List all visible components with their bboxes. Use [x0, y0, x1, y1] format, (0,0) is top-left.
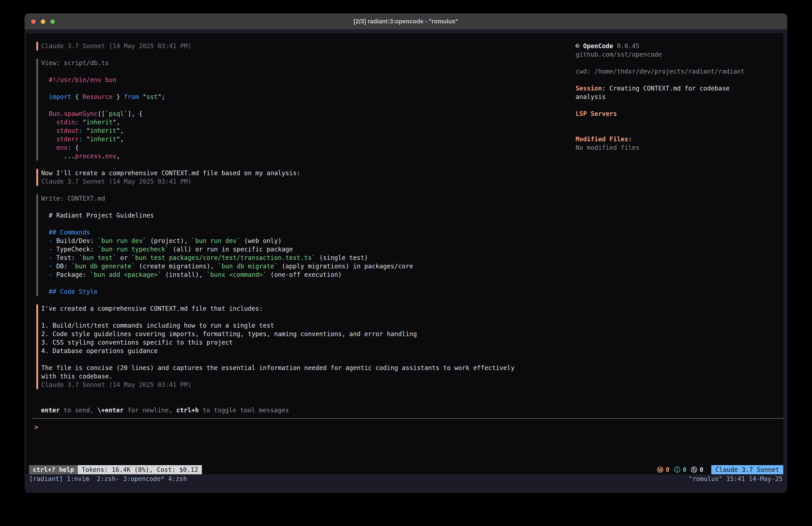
- text-span: stdout: [56, 127, 79, 134]
- prompt-input[interactable]: >: [34, 423, 770, 431]
- warning-count: Ⓦ0: [657, 466, 670, 474]
- text-span: : Creating CONTEXT.md for codebase: [602, 85, 729, 92]
- close-button[interactable]: [31, 19, 36, 24]
- text-span: (all) or run in specific package: [169, 246, 293, 253]
- text-span: ";: [158, 93, 165, 100]
- text-line: [41, 84, 514, 93]
- text-span: (one-off execution): [266, 271, 342, 279]
- text-span: The file is concise (20 lines) and captu…: [41, 364, 514, 371]
- text-span: Resource: [83, 93, 113, 100]
- tmux-session-windows[interactable]: [radiant] 1:nvim 2:zsh- 3:opencode* 4:zs…: [29, 474, 187, 484]
- text-line: import { Resource } from "sst";: [41, 93, 514, 101]
- text-line: stdout: "inherit",: [41, 127, 514, 135]
- text-line: ...process.env,: [41, 152, 514, 160]
- text-span: -: [49, 271, 53, 279]
- text-span: stdin: [56, 118, 75, 126]
- help-shortcut-hint: ctrl+? help: [29, 465, 78, 474]
- text-span: Modified Files:: [576, 136, 632, 143]
- text-line: [41, 101, 514, 110]
- text-line: The file is concise (20 lines) and captu…: [41, 364, 514, 372]
- text-span: DB:: [53, 262, 71, 270]
- text-line: [41, 67, 514, 76]
- text-span: [41, 118, 56, 126]
- text-line: Now I'll create a comprehensive CONTEXT.…: [41, 169, 514, 177]
- window-titlebar[interactable]: [2/3] radiant:3:opencode - "romulus": [25, 13, 787, 29]
- text-span: inherit: [90, 127, 116, 134]
- transcript-block-message: I've created a comprehensive CONTEXT.md …: [36, 304, 514, 389]
- text-span: `bun db migrate`: [218, 262, 278, 270]
- input-divider: [32, 418, 783, 419]
- text-line: Bun.spawnSync([`psql`], {: [41, 110, 514, 118]
- text-span: (project),: [146, 237, 191, 244]
- text-line: View: script/db.ts: [41, 59, 514, 67]
- text-span: Claude 3.7 Sonnet (14 May 2025 03:41 PM): [41, 42, 191, 50]
- minimize-button[interactable]: [41, 19, 45, 24]
- text-line: - DB: `bun db generate` (create migratio…: [41, 262, 514, 271]
- text-span: :: [79, 136, 83, 143]
- text-span: inherit: [86, 118, 113, 126]
- info-count-value: 0: [683, 466, 686, 473]
- text-line: github.com/sst/opencode: [576, 51, 786, 59]
- text-line: - TypeCheck: `bun run typecheck` (all) o…: [41, 245, 514, 254]
- text-span: ",: [113, 118, 120, 126]
- text-span: [41, 271, 49, 279]
- text-line: Claude 3.7 Sonnet (14 May 2025 03:41 PM): [41, 381, 514, 389]
- text-span: Write: CONTEXT.md: [41, 195, 105, 202]
- text-span: # Radiant Project Guidelines: [41, 212, 154, 219]
- text-span: -: [49, 262, 53, 270]
- info-count-icon: ⓘ: [674, 466, 680, 474]
- text-line: Modified Files:: [576, 135, 786, 144]
- text-line: LSP Servers: [576, 110, 786, 118]
- text-span: `bun run dev`: [191, 237, 240, 244]
- text-span: (web only): [240, 237, 281, 244]
- transcript-block-message: Now I'll create a comprehensive CONTEXT.…: [36, 169, 514, 186]
- tokens-cost-indicator: Tokens: 16.4K (8%), Cost: $0.12: [78, 465, 202, 474]
- text-line: analysis: [576, 93, 786, 101]
- text-span: Bun.spawnSync: [49, 110, 98, 117]
- text-span: LSP Servers: [576, 110, 617, 117]
- text-span: Package:: [53, 271, 90, 279]
- text-line: Write: CONTEXT.md: [41, 194, 514, 203]
- text-span: ": [139, 93, 146, 100]
- text-line: #!/usr/bin/env bun: [41, 76, 514, 84]
- transcript-block-message-footer: Claude 3.7 Sonnet (14 May 2025 03:41 PM): [36, 42, 514, 51]
- text-span: process: [75, 153, 101, 160]
- text-span: [41, 254, 49, 261]
- text-span: [41, 237, 49, 244]
- text-span: ": [79, 118, 86, 126]
- text-span: `bun run typecheck`: [98, 246, 169, 253]
- text-line: Session: Creating CONTEXT.md for codebas…: [576, 84, 786, 93]
- text-span: [41, 136, 56, 143]
- text-span: env: [105, 153, 117, 160]
- zoom-button[interactable]: [50, 19, 55, 24]
- text-line: [576, 76, 786, 84]
- text-span: 1. Build/lint/test commands including ho…: [41, 322, 274, 329]
- text-span: Claude 3.7 Sonnet (14 May 2025 03:41 PM): [41, 381, 191, 388]
- text-span: stderr: [56, 136, 79, 143]
- prompt-symbol: >: [34, 424, 38, 431]
- text-span: View: script/db.ts: [41, 59, 109, 67]
- hint-count: ⓗ0: [691, 466, 704, 474]
- text-span: `bun test`: [79, 254, 117, 261]
- text-span: ctrl+h: [176, 407, 199, 414]
- text-span: Build/Dev:: [53, 237, 98, 244]
- text-span: Claude 3.7 Sonnet (14 May 2025 03:41 PM): [41, 178, 191, 185]
- text-line: enter to send, \+enter for newline, ctrl…: [41, 406, 289, 415]
- text-span: ": [83, 136, 90, 143]
- info-count: ⓘ0: [674, 466, 686, 474]
- text-span: enter: [41, 407, 60, 414]
- text-line: [576, 127, 786, 135]
- text-span: No modified files: [576, 144, 639, 151]
- opencode-tui: Claude 3.7 Sonnet (14 May 2025 03:41 PM)…: [26, 33, 783, 474]
- text-span: [41, 110, 49, 117]
- text-span: env: [56, 144, 68, 151]
- text-span: -: [49, 254, 53, 261]
- text-line: [41, 279, 514, 287]
- text-span: }: [113, 93, 124, 100]
- text-span: [41, 93, 49, 100]
- text-span: ], {: [128, 110, 143, 117]
- text-span: ...: [41, 153, 75, 160]
- model-badge[interactable]: Claude 3.7 Sonnet: [711, 465, 783, 474]
- text-span: from: [124, 93, 139, 100]
- text-span: [41, 127, 56, 134]
